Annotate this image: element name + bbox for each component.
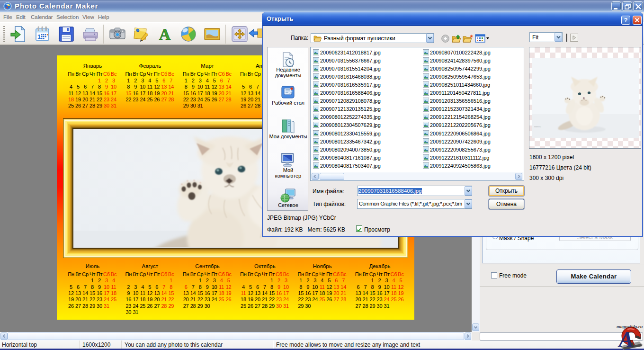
svg-text:1: 1 — [37, 33, 41, 40]
svg-text:A: A — [159, 26, 171, 43]
svg-text:www.ru: www.ru — [534, 126, 541, 128]
svg-text:A: A — [617, 327, 634, 350]
